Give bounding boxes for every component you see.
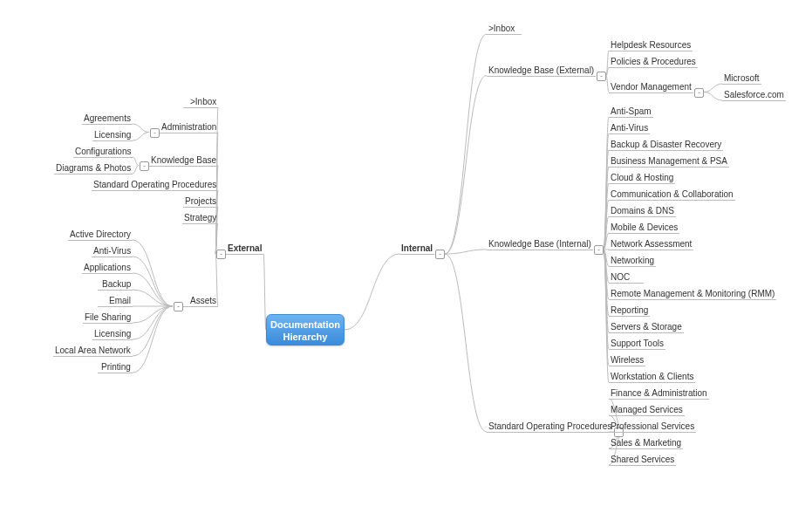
- mindmap-node[interactable]: Workstation & Clients: [611, 372, 693, 381]
- mindmap-node[interactable]: Agreements: [84, 113, 131, 123]
- mindmap-root[interactable]: DocumentationHierarchy: [266, 314, 345, 346]
- mindmap-node[interactable]: Finance & Administration: [611, 388, 707, 398]
- node-underline: [609, 51, 693, 51]
- mindmap-node[interactable]: Standard Operating Procedures: [488, 421, 611, 431]
- node-underline: [53, 356, 133, 357]
- mindmap-node[interactable]: Mobile & Devices: [611, 222, 678, 232]
- mindmap-node[interactable]: Printing: [101, 362, 131, 372]
- mindmap-node[interactable]: Business Management & PSA: [611, 156, 727, 166]
- node-underline: [609, 332, 684, 333]
- node-underline: [98, 306, 133, 307]
- node-underline: [82, 273, 133, 274]
- mindmap-node[interactable]: Managed Services: [611, 405, 683, 414]
- mindmap-node[interactable]: Strategy: [184, 213, 216, 222]
- collapse-toggle[interactable]: -: [594, 245, 604, 255]
- mindmap-node[interactable]: Projects: [185, 196, 216, 206]
- node-underline: [98, 290, 133, 291]
- mindmap-node[interactable]: Licensing: [94, 130, 131, 140]
- node-underline: [160, 133, 218, 133]
- mindmap-node[interactable]: Configurations: [75, 147, 131, 156]
- collapse-toggle[interactable]: -: [216, 250, 226, 259]
- collapse-toggle[interactable]: -: [150, 128, 160, 138]
- mindmap-node[interactable]: External: [228, 243, 262, 253]
- collapse-toggle[interactable]: -: [174, 302, 183, 311]
- mindmap-node[interactable]: Diagrams & Photos: [56, 163, 131, 173]
- mindmap-node[interactable]: Shared Services: [611, 455, 674, 464]
- mindmap-node[interactable]: Administration: [161, 122, 216, 132]
- mindmap-node[interactable]: Communication & Collaboration: [611, 189, 734, 199]
- mindmap-node[interactable]: Applications: [84, 263, 131, 272]
- mindmap-node[interactable]: NOC: [611, 272, 630, 282]
- node-underline: [149, 166, 218, 167]
- mindmap-node[interactable]: Helpdesk Resources: [611, 40, 691, 50]
- node-underline: [183, 107, 218, 108]
- node-underline: [92, 140, 133, 141]
- node-underline: [182, 223, 218, 224]
- mindmap-node[interactable]: Salesforce.com: [724, 90, 784, 99]
- mindmap-node[interactable]: Backup: [102, 279, 131, 289]
- node-underline: [68, 240, 133, 241]
- collapse-toggle[interactable]: -: [140, 161, 149, 171]
- node-underline: [82, 124, 133, 125]
- node-underline: [487, 432, 613, 433]
- node-underline: [609, 382, 695, 383]
- mindmap-node[interactable]: Cloud & Hosting: [611, 173, 673, 182]
- mindmap-node[interactable]: Servers & Storage: [611, 322, 682, 332]
- node-underline: [609, 366, 645, 366]
- node-underline: [609, 266, 656, 267]
- mindmap-node[interactable]: Anti-Virus: [611, 123, 648, 133]
- mindmap-node[interactable]: Microsoft: [724, 73, 760, 83]
- mindmap-node[interactable]: Professional Services: [611, 421, 694, 431]
- mindmap-node[interactable]: Wireless: [611, 355, 644, 365]
- node-underline: [609, 316, 650, 317]
- mindmap-node[interactable]: Licensing: [94, 329, 131, 339]
- node-underline: [226, 254, 263, 255]
- mindmap-node[interactable]: File Sharing: [85, 312, 131, 322]
- mindmap-node[interactable]: Backup & Disaster Recovery: [611, 140, 721, 149]
- node-underline: [54, 174, 133, 174]
- mindmap-node[interactable]: Email: [109, 296, 131, 305]
- node-underline: [487, 76, 596, 77]
- mindmap-node[interactable]: Local Area Network: [55, 346, 131, 355]
- mindmap-node[interactable]: Sales & Marketing: [611, 438, 681, 448]
- node-underline: [722, 100, 786, 101]
- mindmap-node[interactable]: >Inbox: [190, 97, 216, 106]
- mindmap-node[interactable]: Vendor Management: [611, 82, 692, 92]
- mindmap-node[interactable]: Remote Management & Monitoring (RMM): [611, 289, 774, 298]
- mindmap-node[interactable]: Standard Operating Procedures: [93, 180, 216, 189]
- mindmap-node[interactable]: Anti-Spam: [611, 106, 652, 116]
- mindmap-node[interactable]: Domains & DNS: [611, 206, 674, 216]
- mindmap-node[interactable]: Network Assessment: [611, 239, 692, 249]
- mindmap-node[interactable]: Policies & Procedures: [611, 57, 696, 66]
- mindmap-node[interactable]: >Inbox: [488, 24, 515, 33]
- collapse-toggle[interactable]: -: [597, 72, 606, 81]
- node-underline: [609, 183, 675, 184]
- node-underline: [83, 323, 133, 324]
- collapse-toggle[interactable]: -: [435, 250, 445, 259]
- node-underline: [609, 150, 723, 151]
- node-underline: [722, 84, 761, 85]
- node-underline: [609, 415, 685, 416]
- mindmap-node[interactable]: Knowledge Base (External): [488, 65, 594, 75]
- node-underline: [609, 167, 729, 168]
- node-underline: [487, 250, 593, 250]
- node-underline: [609, 117, 653, 118]
- node-underline: [487, 34, 522, 35]
- node-underline: [609, 67, 698, 68]
- mindmap-node[interactable]: Reporting: [611, 305, 648, 315]
- mindmap-node[interactable]: Support Tools: [611, 339, 664, 348]
- node-underline: [183, 207, 218, 208]
- mindmap-node[interactable]: Anti-Virus: [93, 246, 131, 256]
- mindmap-node[interactable]: Active Directory: [70, 229, 131, 239]
- node-underline: [609, 92, 693, 93]
- mindmap-node[interactable]: Knowledge Base: [151, 155, 216, 165]
- node-underline: [609, 349, 665, 350]
- mindmap-node[interactable]: Networking: [611, 256, 654, 265]
- mindmap-node[interactable]: Knowledge Base (Internal): [488, 239, 591, 249]
- collapse-toggle[interactable]: -: [694, 88, 704, 98]
- node-underline: [609, 216, 676, 217]
- node-underline: [92, 339, 133, 340]
- mindmap-node[interactable]: Internal: [401, 243, 433, 253]
- node-underline: [73, 157, 133, 158]
- mindmap-node[interactable]: Assets: [190, 296, 216, 305]
